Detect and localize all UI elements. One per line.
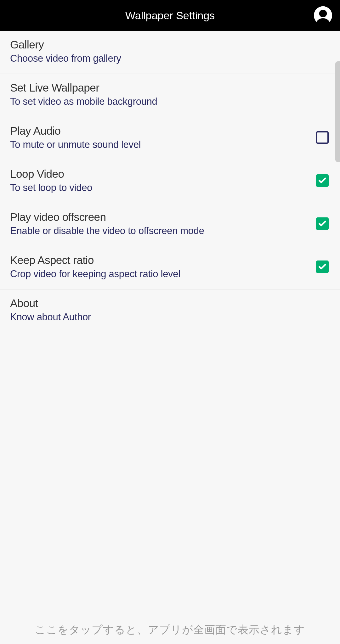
settings-list: Gallery Choose video from gallery Set Li… [0, 31, 340, 332]
item-subtitle: Choose video from gallery [10, 53, 330, 64]
item-text: Loop Video To set loop to video [10, 168, 316, 193]
loop-video-checkbox[interactable] [316, 174, 329, 187]
loop-video-item[interactable]: Loop Video To set loop to video [0, 160, 340, 203]
profile-icon[interactable] [314, 6, 332, 25]
item-title: Keep Aspect ratio [10, 254, 316, 266]
play-audio-item[interactable]: Play Audio To mute or unmute sound level [0, 117, 340, 160]
item-text: Set Live Wallpaper To set video as mobil… [10, 81, 330, 107]
gallery-item[interactable]: Gallery Choose video from gallery [0, 31, 340, 74]
offscreen-checkbox[interactable] [316, 217, 329, 230]
aspect-ratio-item[interactable]: Keep Aspect ratio Crop video for keeping… [0, 246, 340, 289]
item-subtitle: To set video as mobile background [10, 96, 330, 107]
app-header: Wallpaper Settings [0, 0, 340, 31]
item-subtitle: Know about Author [10, 311, 330, 323]
item-title: Play Audio [10, 125, 316, 137]
item-subtitle: Crop video for keeping aspect ratio leve… [10, 268, 316, 280]
item-title: Loop Video [10, 168, 316, 180]
set-wallpaper-item[interactable]: Set Live Wallpaper To set video as mobil… [0, 74, 340, 117]
offscreen-item[interactable]: Play video offscreen Enable or disable t… [0, 203, 340, 246]
page-title: Wallpaper Settings [125, 9, 215, 22]
item-title: Play video offscreen [10, 211, 316, 223]
item-text: Keep Aspect ratio Crop video for keeping… [10, 254, 316, 280]
fullscreen-hint[interactable]: ここをタップすると、アプリが全画面で表示されます [0, 623, 340, 637]
item-text: Play Audio To mute or unmute sound level [10, 125, 316, 150]
item-title: Set Live Wallpaper [10, 81, 330, 94]
svg-point-4 [319, 10, 327, 17]
item-subtitle: To mute or unmute sound level [10, 139, 316, 150]
about-item[interactable]: About Know about Author [0, 289, 340, 332]
item-subtitle: To set loop to video [10, 182, 316, 193]
item-text: Play video offscreen Enable or disable t… [10, 211, 316, 237]
item-text: Gallery Choose video from gallery [10, 38, 330, 64]
item-title: Gallery [10, 38, 330, 51]
scrollbar[interactable] [335, 61, 340, 162]
play-audio-checkbox[interactable] [316, 131, 329, 144]
aspect-ratio-checkbox[interactable] [316, 260, 329, 273]
item-text: About Know about Author [10, 297, 330, 323]
item-subtitle: Enable or disable the video to offscreen… [10, 225, 316, 237]
item-title: About [10, 297, 330, 310]
